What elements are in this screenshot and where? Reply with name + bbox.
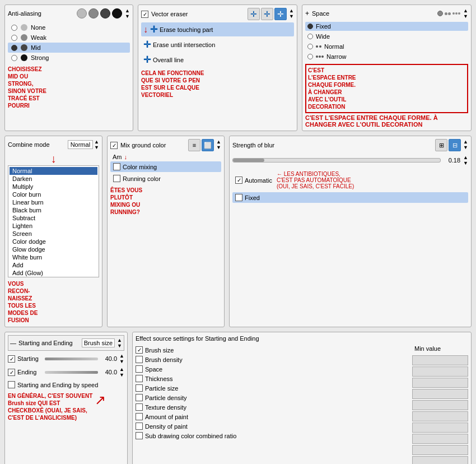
aa-circle-weak[interactable] bbox=[88, 8, 99, 18]
cm-item-darken[interactable]: Darken bbox=[10, 175, 97, 183]
cm-scroll-up[interactable]: ▲ bbox=[94, 139, 99, 145]
ef-texturedensity-cb[interactable] bbox=[136, 403, 143, 411]
ef-minval-4[interactable] bbox=[412, 389, 468, 399]
cm-scroll-down[interactable]: ▼ bbox=[94, 145, 99, 150]
cm-item-add0[interactable]: Add bbox=[10, 261, 97, 269]
aa-scroll-up[interactable]: ▲ bbox=[125, 8, 130, 13]
se-select-up[interactable]: ▲ bbox=[117, 337, 122, 343]
ef-minval-6[interactable] bbox=[412, 411, 468, 421]
color-mixing-selected[interactable]: Color mixing bbox=[110, 161, 221, 172]
aa-circle-strong[interactable] bbox=[112, 8, 122, 18]
starting-checkbox[interactable]: ✓ bbox=[8, 355, 15, 363]
ef-particlesize-cb[interactable] bbox=[136, 384, 143, 392]
space-option-normal[interactable]: Normal bbox=[305, 42, 468, 51]
ending-up[interactable]: ▲ bbox=[119, 366, 124, 372]
ef-amountpaint-cb[interactable] bbox=[136, 413, 143, 420]
ef-subdrawing-cb[interactable] bbox=[136, 432, 143, 439]
se-select-down[interactable]: ▼ bbox=[117, 343, 122, 349]
cm-item-blackburn[interactable]: Black burn bbox=[10, 206, 97, 214]
aa-option-weak[interactable]: Weak bbox=[8, 33, 130, 43]
space-scroll-down[interactable]: ▼ bbox=[463, 13, 468, 19]
cm-item-glowdodge[interactable]: Glow dodge bbox=[10, 245, 97, 253]
aa-option-none[interactable]: None bbox=[8, 22, 130, 33]
aa-option-mid[interactable]: Mid bbox=[8, 43, 130, 53]
cm-item-colordodge[interactable]: Color dodge bbox=[10, 238, 97, 245]
space-option-wide[interactable]: Wide bbox=[305, 32, 468, 41]
color-mixing-label: Color mixing bbox=[123, 164, 157, 170]
cm-item-colorburn[interactable]: Color burn bbox=[10, 191, 97, 198]
blur-slider-track[interactable] bbox=[232, 158, 441, 163]
starting-down[interactable]: ▼ bbox=[119, 359, 124, 364]
blur-scroll-down[interactable]: ▼ bbox=[463, 145, 468, 150]
ef-brushdensity-cb[interactable] bbox=[136, 356, 143, 363]
blur-btn1[interactable]: ⊞ bbox=[435, 139, 447, 151]
ef-densitypaint-cb[interactable] bbox=[136, 423, 143, 430]
ve-btn-cross1[interactable]: ✛ bbox=[248, 8, 260, 20]
mx-scroll-down[interactable]: ▼ bbox=[216, 145, 221, 150]
cm-item-whiteburn[interactable]: White burn bbox=[10, 253, 97, 261]
aa-circle-mid[interactable] bbox=[100, 8, 110, 18]
ef-particledensity-row: Particle density bbox=[136, 393, 408, 402]
ef-brushsize-cb[interactable]: ✓ bbox=[136, 346, 143, 354]
vector-eraser-checkbox[interactable]: ✓ bbox=[141, 11, 148, 18]
mx-btn1[interactable]: ≡ bbox=[188, 139, 200, 151]
erase-intersection-row[interactable]: ✛ Erase until intersection bbox=[141, 38, 294, 52]
ef-minval-8[interactable] bbox=[412, 434, 468, 444]
ve-btn-cross3[interactable]: ✛ bbox=[274, 8, 287, 20]
by-speed-row[interactable]: Starting and Ending by speed bbox=[8, 380, 124, 389]
ef-particledensity-cb[interactable] bbox=[136, 394, 143, 401]
cm-item-addglow[interactable]: Add (Glow) bbox=[10, 269, 97, 277]
ef-minval-1[interactable] bbox=[412, 355, 468, 365]
cm-item-linearburn[interactable]: Linear burn bbox=[10, 198, 97, 206]
space-dots-3[interactable] bbox=[452, 12, 460, 15]
mx-scroll-up[interactable]: ▲ bbox=[216, 139, 221, 145]
ef-minval-5[interactable] bbox=[412, 400, 468, 410]
mix-ground-checkbox[interactable]: ✓ bbox=[110, 142, 118, 149]
overall-line-row[interactable]: ✛ Overall line bbox=[141, 53, 294, 67]
blur-auto-checkbox[interactable]: ✓ bbox=[235, 177, 242, 184]
aa-scroll-down[interactable]: ▼ bbox=[125, 13, 130, 19]
combine-select[interactable]: Normal bbox=[68, 140, 93, 149]
ef-thickness-cb[interactable] bbox=[136, 375, 143, 382]
ve-scroll-up[interactable]: ▲ bbox=[289, 8, 294, 13]
running-color-row[interactable]: Running color bbox=[110, 173, 221, 184]
ve-scroll-down[interactable]: ▼ bbox=[289, 13, 294, 19]
blur-scroll-up[interactable]: ▲ bbox=[463, 139, 468, 145]
cm-item-overlay[interactable]: Overlay bbox=[10, 277, 97, 277]
ending-down[interactable]: ▼ bbox=[119, 372, 124, 378]
aa-option-strong[interactable]: Strong bbox=[8, 53, 130, 63]
space-dots-2[interactable] bbox=[445, 12, 451, 15]
cm-item-lighten[interactable]: Lighten bbox=[10, 222, 97, 230]
cm-item-normal[interactable]: Normal bbox=[10, 167, 97, 175]
ef-minval-10[interactable] bbox=[412, 456, 468, 464]
blur-fixed-row[interactable]: Fixed bbox=[232, 192, 468, 203]
starting-up[interactable]: ▲ bbox=[119, 353, 124, 359]
erase-touching-row[interactable]: ↓ ✛ Erase touching part bbox=[141, 22, 294, 36]
ending-checkbox[interactable]: ✓ bbox=[8, 369, 15, 376]
space-scroll-up[interactable]: ▲ bbox=[463, 8, 468, 13]
blur-title: Strength of blur bbox=[232, 142, 274, 149]
space-dots-1[interactable] bbox=[437, 11, 443, 16]
cm-item-subtract[interactable]: Subtract bbox=[10, 214, 97, 222]
ef-minval-9[interactable] bbox=[412, 445, 468, 455]
blur-val-down[interactable]: ▼ bbox=[463, 160, 468, 166]
blur-auto-row[interactable]: ✓ Automatic ← LES ANTIBIOTIQUES,C'EST PA… bbox=[232, 169, 468, 191]
mx-btn2[interactable]: ⬜ bbox=[202, 139, 214, 151]
blur-val-up[interactable]: ▲ bbox=[463, 155, 468, 160]
space-option-fixed[interactable]: Fixed bbox=[305, 22, 468, 31]
aa-label-mid: Mid bbox=[31, 44, 41, 51]
cm-item-multiply[interactable]: Multiply bbox=[10, 183, 97, 191]
ve-btn-cross2[interactable]: ✛ bbox=[261, 8, 273, 20]
ef-minval-3[interactable] bbox=[412, 378, 468, 388]
space-panel: + Space ▲ ▼ bbox=[302, 4, 472, 131]
space-option-narrow[interactable]: Narrow bbox=[305, 52, 468, 61]
by-speed-checkbox[interactable] bbox=[8, 381, 15, 388]
ef-space-cb[interactable] bbox=[136, 365, 143, 373]
ef-minval-2[interactable] bbox=[412, 366, 468, 377]
ef-minval-7[interactable] bbox=[412, 423, 468, 433]
se-select[interactable]: Brush size bbox=[82, 338, 115, 347]
am-label: Am bbox=[113, 154, 122, 160]
cm-item-screen[interactable]: Screen bbox=[10, 230, 97, 238]
blur-btn2[interactable]: ⊟ bbox=[449, 139, 461, 151]
aa-circle-none[interactable] bbox=[77, 8, 87, 18]
